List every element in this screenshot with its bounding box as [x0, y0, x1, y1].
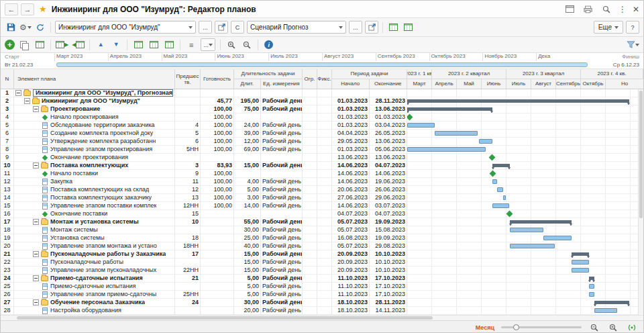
- row-more-button[interactable]: ...: [201, 38, 215, 51]
- plan-select[interactable]: Инжиниринг для ООО "Изумруд": [55, 21, 196, 34]
- expand-all-button[interactable]: [132, 39, 144, 51]
- gantt-milestone[interactable]: [488, 154, 495, 161]
- table-row[interactable]: 21Пусконаладочные работы у Заказчика1715…: [1, 250, 643, 258]
- table-row[interactable]: 22Пусконаладочные работы15,00Рабочий ден…: [1, 258, 643, 267]
- gantt-summary-bar[interactable]: [492, 164, 510, 167]
- scale-slider-knob[interactable]: [513, 324, 519, 330]
- gantt-task-bar[interactable]: [407, 123, 435, 128]
- table-row[interactable]: 14Поставка комплектующих заказчику13100,…: [1, 194, 643, 202]
- gantt-milestone[interactable]: [407, 114, 413, 121]
- copy-row-button[interactable]: [18, 39, 30, 51]
- zoom-out-button[interactable]: [241, 39, 253, 51]
- panel-icon[interactable]: [564, 3, 576, 15]
- gantt-summary-bar[interactable]: [572, 252, 589, 256]
- header-fixed[interactable]: Фикс.: [317, 69, 332, 89]
- refresh-button[interactable]: [34, 21, 46, 34]
- collapse-toggle[interactable]: [33, 162, 39, 169]
- outdent-button[interactable]: ◀: [72, 39, 85, 51]
- table-row[interactable]: 18Монтаж системы30,00Рабочий день05.07.2…: [1, 226, 643, 234]
- table-row[interactable]: 4Начало проектирования100,0001.03.202301…: [1, 113, 643, 122]
- table-row[interactable]: 25Приемо-сдаточные испытания5,00Рабочий …: [1, 283, 643, 291]
- table-row[interactable]: 12Закупка11100,004,00Рабочий день14.06.2…: [1, 178, 643, 186]
- header-readiness[interactable]: Готовность: [201, 69, 234, 89]
- table-row[interactable]: 17Монтаж и установка системы1055,00Рабоч…: [1, 218, 643, 226]
- table-row[interactable]: 26Управление этапом приемо-сдаточны25НН5…: [1, 291, 643, 299]
- table-row[interactable]: 28Настройка оборудования20,00Рабочий ден…: [1, 307, 643, 315]
- scenario-open-button[interactable]: [365, 21, 378, 34]
- zoom-in-button[interactable]: [225, 39, 237, 51]
- gantt-milestone[interactable]: [506, 211, 513, 218]
- gantt-summary-bar[interactable]: [594, 301, 629, 304]
- timeline-range-slider[interactable]: [56, 62, 588, 67]
- menu-dots-icon[interactable]: ⋮: [619, 5, 627, 13]
- table-row[interactable]: 3Проектирование100,0075,00Рабочий день01…: [1, 105, 643, 113]
- gantt-task-bar[interactable]: [572, 268, 589, 273]
- header-start[interactable]: Начало: [332, 79, 370, 89]
- header-duration-group-label[interactable]: Длительность задачи: [234, 69, 302, 79]
- levels-button[interactable]: ≡: [185, 39, 197, 51]
- add-row-button[interactable]: +: [5, 40, 15, 50]
- header-number[interactable]: N: [1, 69, 14, 89]
- gantt-summary-bar[interactable]: [589, 277, 594, 280]
- header-duration[interactable]: Длит.: [234, 79, 261, 89]
- gantt-summary-bar[interactable]: [510, 220, 572, 224]
- plan-choose-button[interactable]: ...: [199, 21, 212, 34]
- gantt-task-bar[interactable]: [594, 308, 617, 313]
- gantt-task-bar[interactable]: [492, 203, 509, 208]
- gantt-zoom-out-button[interactable]: [588, 322, 600, 333]
- table-row[interactable]: 13Поставка комплектующих на склад12100,0…: [1, 186, 643, 194]
- header-period-group-label[interactable]: Период задачи: [332, 69, 407, 79]
- header-constraint[interactable]: Огр.: [303, 69, 317, 89]
- filter-button[interactable]: [627, 39, 639, 51]
- edit-table-button[interactable]: [34, 39, 46, 51]
- gantt-task-bar[interactable]: [479, 139, 492, 144]
- table-row[interactable]: 27Обучение персонала Заказчика2430,00Раб…: [1, 299, 643, 307]
- table-row[interactable]: 9Окончание проектирования13.06.202313.06…: [1, 154, 643, 162]
- scenario-select[interactable]: Сценарий Прогноз: [247, 21, 346, 34]
- gantt-milestone[interactable]: [490, 171, 496, 177]
- gantt-task-bar[interactable]: [510, 244, 555, 248]
- close-icon[interactable]: ✕: [633, 5, 639, 13]
- live-update-button[interactable]: [626, 322, 638, 333]
- print-icon[interactable]: [582, 3, 594, 15]
- gantt-summary-bar[interactable]: [407, 99, 629, 103]
- vertical-scrollbar[interactable]: [638, 89, 643, 315]
- table-row[interactable]: 2Инжиниринг для ООО "Изумруд"45,77195,00…: [1, 97, 643, 105]
- show-table-button[interactable]: [387, 21, 399, 34]
- gantt-task-bar[interactable]: [589, 284, 594, 289]
- table-row[interactable]: 19Установка системы1825,00Рабочий день16…: [1, 234, 643, 242]
- plan-element-name[interactable]: Инжиниринг для ООО "Изумруд", Прогнозная: [33, 89, 173, 97]
- horizontal-scrollbar-thumb[interactable]: [17, 316, 433, 320]
- gantt-task-bar[interactable]: [503, 195, 506, 200]
- settings-button[interactable]: ⚙: [19, 21, 32, 34]
- plan-open-button[interactable]: [215, 21, 228, 34]
- refresh-table-button[interactable]: [163, 39, 175, 51]
- table-row[interactable]: 23Управление этапом пусконаладочных22НН1…: [1, 267, 643, 275]
- indent-button[interactable]: ▶: [56, 39, 68, 51]
- table-row[interactable]: 15Управление этапом поставки комплек12НН…: [1, 202, 643, 210]
- table-row[interactable]: 8Управление этапом проектирования5НН100,…: [1, 146, 643, 154]
- header-end[interactable]: Окончание: [370, 79, 407, 89]
- collapse-toggle[interactable]: [33, 275, 39, 281]
- more-button[interactable]: Еще: [594, 21, 623, 34]
- header-predecessors[interactable]: Предшес тв.: [175, 69, 201, 89]
- gantt-task-bar[interactable]: [510, 228, 543, 232]
- back-button[interactable]: ←: [5, 3, 18, 15]
- gantt-task-bar[interactable]: [497, 187, 503, 192]
- table-row[interactable]: 20Управление этапом монтажа и устано18НН…: [1, 242, 643, 250]
- forward-button[interactable]: →: [21, 3, 34, 15]
- move-up-button[interactable]: ▲: [95, 39, 107, 51]
- table-row[interactable]: 16Окончание поставки1504.07.202304.07.20…: [1, 210, 643, 218]
- gantt-task-bar[interactable]: [492, 179, 497, 184]
- vertical-scrollbar-thumb[interactable]: [639, 91, 643, 218]
- gantt-task-bar[interactable]: [435, 131, 478, 136]
- table-row[interactable]: 1Инжиниринг для ООО "Изумруд", Прогнозна…: [1, 89, 643, 97]
- show-chart-button[interactable]: [402, 21, 414, 34]
- scale-label[interactable]: Месяц: [476, 324, 494, 331]
- collapse-toggle[interactable]: [15, 90, 21, 96]
- collapse-all-button[interactable]: [148, 39, 160, 51]
- collapse-toggle[interactable]: [33, 299, 39, 305]
- gantt-task-bar[interactable]: [572, 260, 589, 265]
- gantt-task-bar[interactable]: [407, 147, 486, 152]
- scale-slider[interactable]: [501, 326, 582, 328]
